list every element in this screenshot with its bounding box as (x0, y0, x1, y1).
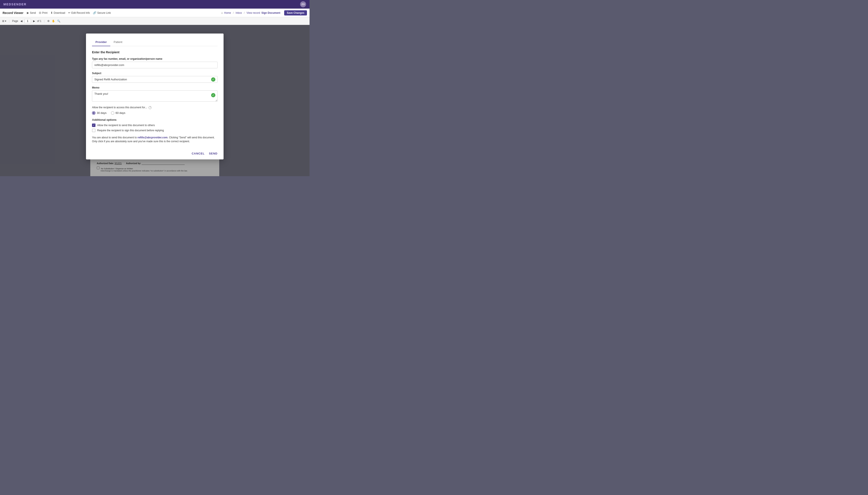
prev-page-button[interactable]: ◀ (20, 20, 22, 22)
save-changes-button[interactable]: Save Changes (284, 10, 307, 16)
additional-options-title: Additional options (92, 118, 218, 121)
modal-body: Provider Patient Enter the Recipient Typ… (86, 34, 223, 149)
send-dialog: Provider Patient Enter the Recipient Typ… (86, 34, 223, 159)
help-icon[interactable]: ? (149, 106, 152, 109)
subject-input-wrapper: ✓ (92, 76, 218, 83)
page-label: Page (12, 20, 18, 22)
recipient-input[interactable] (92, 62, 218, 68)
download-icon: ⬇ (51, 11, 53, 14)
radio-60-circle (111, 111, 114, 115)
modal-tabs: Provider Patient (92, 39, 218, 46)
memo-group: Memo Thank you! ✓ (92, 86, 218, 102)
checkbox-allow-forward[interactable]: ✓ Allow the recipient to send this docum… (92, 123, 218, 127)
page-of-label: of 1 (37, 20, 41, 22)
radio-30-days[interactable]: 30 days (92, 111, 106, 115)
view-mode-selector[interactable]: ⊞ ▾ (2, 20, 6, 22)
recipient-label: Type any fax number, email, or organizat… (92, 57, 218, 61)
subject-check-icon: ✓ (211, 78, 215, 82)
memo-check-icon: ✓ (211, 93, 215, 97)
edit-record-action[interactable]: ✏ Edit Record Info (68, 11, 90, 14)
memo-textarea[interactable]: Thank you! (92, 90, 218, 102)
top-nav: MEDSENDER ZO (0, 0, 310, 8)
subject-group: Subject ✓ (92, 72, 218, 83)
page-title: Record Viewer (3, 11, 23, 15)
subject-label: Subject (92, 72, 218, 75)
recipient-group: Type any fax number, email, or organizat… (92, 57, 218, 68)
modal-title: Enter the Recipient (92, 51, 218, 54)
brand-logo: MEDSENDER (3, 3, 27, 6)
subject-input[interactable] (92, 76, 218, 83)
warning-text: You are about to send this document to r… (92, 136, 218, 143)
breadcrumb-inbox[interactable]: Inbox (236, 11, 242, 14)
search-button[interactable]: 🔍 (57, 20, 61, 22)
checkbox-require-sign[interactable]: Require the recipient to sign this docum… (92, 129, 218, 132)
memo-label: Memo (92, 86, 218, 89)
pan-tool-button[interactable]: ✋ (52, 20, 55, 22)
additional-options-group: Additional options ✓ Allow the recipient… (92, 118, 218, 132)
send-button[interactable]: SEND (209, 152, 218, 155)
send-action[interactable]: ▶ Send (27, 11, 36, 14)
edit-icon: ✏ (68, 11, 70, 14)
print-action[interactable]: ⊟ Print (39, 11, 48, 14)
main-content-area: Authorized Date: 3/12/21 Authorized by: … (0, 25, 310, 176)
print-icon: ⊟ (39, 11, 41, 14)
secondary-nav: Record Viewer ▶ Send ⊟ Print ⬇ Download … (0, 8, 310, 17)
breadcrumb-home[interactable]: Home (224, 11, 231, 14)
send-icon: ▶ (27, 11, 29, 14)
edit-record-label: Edit Record Info (71, 11, 90, 14)
settings-button[interactable]: ⚙ (47, 20, 50, 22)
next-page-button[interactable]: ▶ (33, 20, 35, 22)
modal-overlay: Provider Patient Enter the Recipient Typ… (0, 25, 310, 176)
secure-link-action[interactable]: 🔗 Secure Link (93, 11, 111, 14)
access-duration-group: Allow the recipient to access this docum… (92, 106, 218, 115)
tab-patient[interactable]: Patient (110, 39, 126, 46)
download-action[interactable]: ⬇ Download (51, 11, 65, 14)
radio-30-circle (92, 111, 96, 115)
warning-email: refills@abcprovider.com (137, 136, 168, 139)
home-icon: ⌂ (221, 11, 223, 14)
radio-30-label: 30 days (97, 111, 106, 115)
checkbox-allow-forward-box: ✓ (92, 123, 96, 127)
print-label: Print (42, 11, 48, 14)
radio-60-days[interactable]: 60 days (111, 111, 126, 115)
breadcrumb-view-record[interactable]: View record (247, 11, 260, 14)
cancel-button[interactable]: CANCEL (192, 152, 205, 155)
sign-document-button[interactable]: Sign Document (262, 11, 280, 14)
radio-60-label: 60 days (116, 111, 126, 115)
page-number-input[interactable] (24, 19, 31, 23)
secure-link-label: Secure Link (97, 11, 111, 14)
access-duration-radio-group: 30 days 60 days (92, 111, 218, 115)
download-label: Download (54, 11, 65, 14)
avatar[interactable]: ZO (300, 1, 306, 7)
modal-footer: CANCEL SEND (86, 149, 223, 159)
access-duration-label: Allow the recipient to access this docum… (92, 106, 218, 109)
checkbox-allow-forward-label: Allow the recipient to send this documen… (97, 124, 155, 127)
memo-input-wrapper: Thank you! ✓ (92, 90, 218, 102)
checkbox-require-sign-box (92, 129, 96, 132)
nav-right: ⌂ Home / Inbox / View record Sign Docume… (221, 10, 307, 16)
send-label: Send (30, 11, 36, 14)
toolbar: ⊞ ▾ | Page ◀ ▶ of 1 | ⚙ ✋ 🔍 (0, 17, 310, 25)
checkbox-require-sign-label: Require the recipient to sign this docum… (97, 129, 164, 132)
link-icon: 🔗 (93, 11, 96, 14)
tab-provider[interactable]: Provider (92, 39, 110, 46)
